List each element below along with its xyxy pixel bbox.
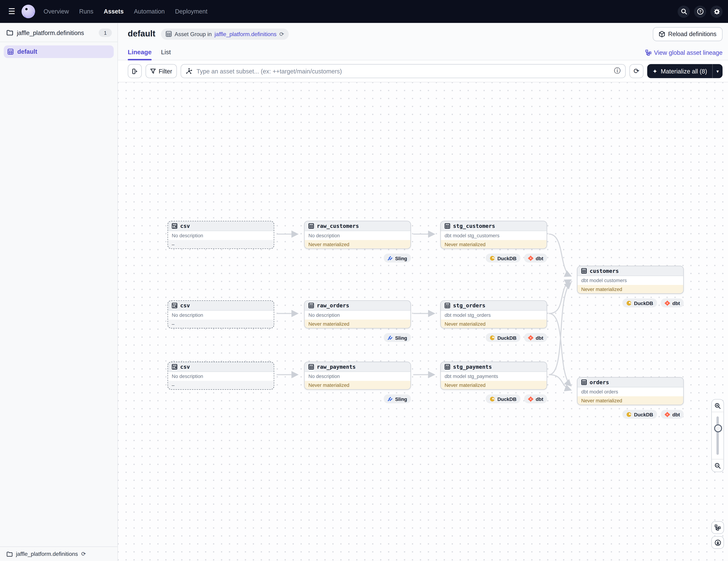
asset-name: csv (180, 223, 190, 229)
asset-node-csv-payments[interactable]: csv No description – (168, 362, 274, 390)
reload-cube-icon (659, 31, 665, 37)
sling-badge[interactable]: Sling (384, 394, 411, 403)
collapse-panel-button[interactable] (128, 64, 142, 78)
asset-node-wrap: stg_customers dbt model stg_customers Ne… (440, 221, 547, 263)
search-icon[interactable] (678, 5, 690, 17)
dbt-badge[interactable]: dbt (524, 394, 547, 403)
asset-node-wrap: raw_customers No description Never mater… (304, 221, 411, 263)
dbt-badge[interactable]: dbt (661, 410, 684, 419)
filter-label: Filter (159, 68, 172, 75)
dbt-icon (528, 255, 533, 261)
dbt-badge[interactable]: dbt (661, 298, 684, 307)
view-global-asset-lineage-link[interactable]: View global asset lineage (645, 49, 722, 60)
asset-node-wrap: raw_orders No description Never material… (304, 300, 411, 342)
asset-name: raw_payments (317, 364, 356, 370)
nav-item-deployment[interactable]: Deployment (175, 8, 207, 15)
table-icon (308, 223, 314, 229)
tab-lineage[interactable]: Lineage (128, 49, 152, 60)
nav-item-runs[interactable]: Runs (79, 8, 93, 15)
info-icon[interactable]: ⓘ (614, 67, 621, 75)
code-location-footer: jaffle_platform.definitions ⟳ (0, 546, 117, 561)
asset-group-chip: Asset Group in jaffle_platform.definitio… (161, 28, 289, 39)
duckdb-icon (626, 411, 632, 417)
asset-node-raw_payments[interactable]: raw_payments No description Never materi… (304, 362, 411, 390)
download-icon (714, 539, 721, 546)
view-global-label: View global asset lineage (654, 49, 722, 56)
refresh-icon[interactable]: ⟳ (81, 551, 86, 557)
dbt-icon (528, 396, 533, 402)
asset-status: – (168, 240, 274, 248)
dbt-icon (664, 411, 670, 417)
asset-name: raw_orders (317, 302, 349, 309)
settings-gear-icon[interactable] (710, 5, 722, 17)
sling-badge[interactable]: Sling (384, 333, 411, 342)
asset-node-csv-customers[interactable]: csv No description – (168, 221, 274, 249)
zoom-out-icon (715, 462, 721, 469)
asset-subset-input[interactable] (196, 67, 611, 75)
refresh-icon[interactable]: ⟳ (279, 31, 284, 37)
asset-node-stg_customers[interactable]: stg_customers dbt model stg_customers Ne… (440, 221, 547, 249)
asset-node-stg_payments[interactable]: stg_payments dbt model stg_payments Neve… (440, 362, 547, 390)
asset-description: dbt model customers (577, 276, 683, 285)
asset-status: – (168, 381, 274, 389)
chevron-down-icon: ▾ (716, 68, 719, 74)
nav-item-automation[interactable]: Automation (134, 8, 165, 15)
zoom-slider-knob[interactable] (714, 424, 722, 432)
zoom-out-button[interactable] (712, 459, 724, 472)
duckdb-badge[interactable]: DuckDB (486, 333, 520, 342)
external-table-icon (172, 303, 177, 308)
page-title: default (128, 29, 155, 39)
asset-node-orders[interactable]: orders dbt model orders Never materializ… (577, 377, 684, 405)
zoom-in-button[interactable] (712, 399, 724, 412)
rearrange-graph-button[interactable] (711, 521, 724, 534)
duckdb-icon (489, 335, 495, 340)
nav-item-assets[interactable]: Assets (104, 8, 124, 15)
tab-list[interactable]: List (161, 49, 171, 60)
chip-prefix-text: Asset Group in (175, 31, 212, 37)
asset-node-customers[interactable]: customers dbt model customers Never mate… (577, 266, 684, 294)
help-icon[interactable]: ? (694, 5, 706, 17)
asset-node-csv-orders[interactable]: csv No description – (168, 300, 274, 329)
asset-status: – (168, 320, 274, 328)
asset-node-stg_orders[interactable]: stg_orders dbt model stg_orders Never ma… (440, 300, 547, 329)
asset-node-raw_orders[interactable]: raw_orders No description Never material… (304, 300, 411, 329)
asset-status: Never materialized (441, 320, 547, 328)
duckdb-badge[interactable]: DuckDB (622, 298, 657, 307)
download-graph-button[interactable] (711, 536, 724, 549)
panel-toggle-icon (132, 68, 138, 74)
sidebar-repo-row[interactable]: jaffle_platform.definitions 1 (0, 23, 117, 42)
sling-icon (388, 255, 393, 261)
asset-description: No description (305, 372, 410, 381)
app-window: ☰ Overview Runs Assets Automation Deploy… (0, 0, 728, 561)
menu-icon[interactable]: ☰ (6, 5, 18, 17)
filter-button[interactable]: Filter (146, 64, 177, 78)
asset-node-raw_customers[interactable]: raw_customers No description Never mater… (304, 221, 411, 249)
table-icon (445, 223, 450, 229)
dbt-badge[interactable]: dbt (524, 254, 547, 263)
duckdb-badge[interactable]: DuckDB (486, 254, 520, 263)
asset-name: csv (180, 302, 190, 309)
asset-description: No description (305, 231, 410, 240)
sidebar: jaffle_platform.definitions 1 default ja… (0, 23, 118, 561)
asset-description: No description (305, 311, 410, 320)
zoom-slider[interactable] (712, 412, 724, 459)
dbt-badge[interactable]: dbt (524, 333, 547, 342)
asset-description: No description (168, 311, 274, 320)
asset-name: stg_orders (453, 302, 485, 309)
sidebar-item-default-group[interactable]: default (4, 45, 114, 58)
asset-node-wrap: csv No description – (168, 221, 274, 249)
reload-definitions-button[interactable]: Reload definitions (653, 27, 722, 41)
asset-subset-search[interactable]: ⓘ (181, 64, 626, 78)
duckdb-badge[interactable]: DuckDB (622, 410, 657, 419)
asset-description: dbt model orders (577, 387, 683, 396)
lineage-graph-canvas[interactable]: csv No description – raw_customers No de… (118, 82, 728, 561)
chip-code-location-link[interactable]: jaffle_platform.definitions (215, 31, 277, 37)
duckdb-badge[interactable]: DuckDB (486, 394, 520, 403)
materialize-dropdown-toggle[interactable]: ▾ (712, 64, 722, 78)
sling-badge[interactable]: Sling (384, 254, 411, 263)
materialize-all-button[interactable]: ✦ Materialize all (8) ▾ (647, 64, 722, 78)
dagster-logo-icon[interactable] (22, 5, 35, 18)
refresh-graph-button[interactable]: ⟳ (629, 64, 643, 78)
nav-item-overview[interactable]: Overview (44, 8, 69, 15)
asset-name: stg_customers (453, 223, 495, 229)
